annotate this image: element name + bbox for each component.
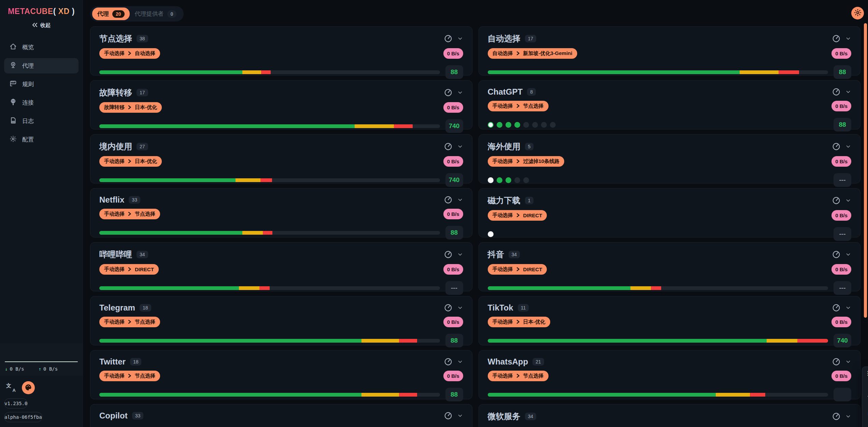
group-count-badge: 17 bbox=[137, 89, 148, 96]
chevron-down-icon[interactable] bbox=[845, 251, 851, 258]
group-name: 磁力下载 bbox=[488, 195, 521, 206]
selector-badge[interactable]: 手动选择节点选择 bbox=[488, 101, 549, 111]
latency-test-icon[interactable] bbox=[832, 34, 841, 43]
chevron-down-icon[interactable] bbox=[457, 413, 463, 419]
chevron-down-icon[interactable] bbox=[457, 359, 463, 365]
collapse-sidebar-button[interactable]: 收起 bbox=[32, 22, 51, 29]
scrollbar-thumb[interactable] bbox=[864, 23, 867, 318]
selector-badge[interactable]: 手动选择自动选择 bbox=[99, 48, 160, 59]
language-toggle-button[interactable]: 文A bbox=[6, 383, 16, 393]
selector-type: 手动选择 bbox=[104, 211, 125, 217]
selected-node: DIRECT bbox=[523, 266, 542, 272]
chevron-down-icon[interactable] bbox=[845, 36, 851, 42]
group-latency-value: 740 bbox=[834, 334, 851, 347]
selector-type: 故障转移 bbox=[104, 104, 125, 111]
sidebar-item-rules[interactable]: 规则 bbox=[4, 77, 79, 92]
selector-badge[interactable]: 手动选择过滤掉10条线路 bbox=[488, 156, 565, 167]
core-version-button[interactable]: v1.235.0 bbox=[4, 398, 28, 409]
selector-badge[interactable]: 手动选择节点选择 bbox=[99, 317, 160, 327]
proxy-groups-grid: 节点选择38手动选择自动选择0 B/s88自动选择17自动选择新加坡-优化3-G… bbox=[90, 26, 860, 427]
group-latency-value: 88 bbox=[445, 334, 463, 347]
main-content: 代理 20 代理提供者 0 节点选择38手动选择自动选择0 B/s88自动选择1… bbox=[83, 0, 868, 427]
latency-test-icon[interactable] bbox=[444, 411, 453, 420]
sidebar-item-overview[interactable]: 概览 bbox=[4, 40, 79, 55]
sidebar-item-config[interactable]: 配置 bbox=[4, 132, 79, 147]
group-latency-value: --- bbox=[834, 173, 851, 187]
selected-node: 节点选择 bbox=[135, 319, 155, 325]
chevron-down-icon[interactable] bbox=[845, 413, 851, 419]
chevron-down-icon[interactable] bbox=[845, 89, 851, 95]
latency-test-icon[interactable] bbox=[444, 250, 453, 259]
selected-node: DIRECT bbox=[523, 212, 542, 218]
latency-distribution-bar bbox=[488, 70, 828, 74]
selected-node: 新加坡-优化3-Gemini bbox=[523, 50, 572, 57]
chevron-down-icon[interactable] bbox=[845, 143, 851, 150]
latency-test-icon[interactable] bbox=[832, 250, 841, 259]
latency-test-icon[interactable] bbox=[444, 34, 453, 43]
theme-palette-button[interactable] bbox=[22, 381, 35, 394]
traffic-flatline bbox=[5, 361, 78, 362]
sidebar-item-proxies[interactable]: 代理 bbox=[4, 58, 79, 73]
chevron-down-icon[interactable] bbox=[457, 305, 463, 311]
latency-test-icon[interactable] bbox=[444, 195, 453, 204]
selector-badge[interactable]: 手动选择节点选择 bbox=[99, 371, 160, 381]
group-latency-value: --- bbox=[445, 281, 463, 295]
proxy-group-card: 故障转移17故障转移日本-优化0 B/s740 bbox=[90, 80, 472, 129]
chevron-down-icon[interactable] bbox=[845, 197, 851, 204]
group-count-badge: 17 bbox=[525, 35, 537, 42]
sidebar-item-logs[interactable]: 日志 bbox=[4, 113, 79, 129]
rules-icon bbox=[10, 80, 17, 89]
selector-badge[interactable]: 手动选择DIRECT bbox=[488, 210, 547, 221]
node-dot-empty bbox=[541, 122, 547, 128]
group-name: 海外使用 bbox=[488, 141, 521, 152]
selector-badge[interactable]: 故障转移日本-优化 bbox=[99, 102, 162, 113]
tab-providers-count: 0 bbox=[167, 10, 177, 18]
tab-proxy-providers[interactable]: 代理提供者 0 bbox=[130, 8, 182, 20]
ui-build-button[interactable]: alpha-06f5fba bbox=[4, 412, 42, 422]
chevron-down-icon[interactable] bbox=[457, 89, 463, 96]
settings-button[interactable] bbox=[851, 7, 864, 19]
group-latency-value: 88 bbox=[445, 226, 463, 239]
selector-badge[interactable]: 手动选择节点选择 bbox=[488, 371, 549, 381]
proxy-icon bbox=[10, 61, 17, 70]
selector-badge[interactable]: 手动选择日本-优化 bbox=[488, 317, 550, 327]
node-dot-green bbox=[506, 177, 511, 183]
latency-test-icon[interactable] bbox=[444, 357, 453, 366]
selected-node: DIRECT bbox=[135, 266, 154, 272]
latency-test-icon[interactable] bbox=[832, 87, 841, 96]
latency-test-icon[interactable] bbox=[832, 303, 841, 312]
group-latency-value: 88 bbox=[834, 118, 851, 132]
latency-test-icon[interactable] bbox=[832, 357, 841, 366]
chevron-right-icon bbox=[128, 105, 131, 110]
selector-type: 手动选择 bbox=[493, 212, 513, 219]
proxy-group-card: Copilot33 bbox=[90, 404, 472, 427]
latency-test-icon[interactable] bbox=[832, 142, 841, 151]
chevron-down-icon[interactable] bbox=[845, 359, 851, 365]
sidebar-traffic-chart: ↓0 B/s ↑0 B/s bbox=[0, 343, 83, 376]
selector-badge[interactable]: 自动选择新加坡-优化3-Gemini bbox=[488, 48, 577, 59]
chevron-down-icon[interactable] bbox=[457, 36, 463, 42]
latency-test-icon[interactable] bbox=[444, 142, 453, 151]
chevron-down-icon[interactable] bbox=[457, 197, 463, 203]
group-name: 哔哩哔哩 bbox=[99, 249, 132, 260]
latency-distribution-bar bbox=[99, 178, 440, 182]
chevron-down-icon[interactable] bbox=[845, 305, 851, 311]
proxy-group-card: WhatsApp21手动选择节点选择0 B/s bbox=[479, 350, 861, 399]
selector-badge[interactable]: 手动选择DIRECT bbox=[488, 264, 547, 275]
node-dot-green bbox=[497, 122, 502, 128]
tab-proxies[interactable]: 代理 20 bbox=[92, 8, 130, 20]
selector-badge[interactable]: 手动选择DIRECT bbox=[99, 264, 159, 275]
sidebar-item-connections[interactable]: 连接 bbox=[4, 95, 79, 110]
chevron-right-icon bbox=[516, 266, 520, 272]
selector-badge[interactable]: 手动选择节点选择 bbox=[99, 209, 160, 219]
speed-badge: 0 B/s bbox=[831, 317, 851, 327]
chevron-down-icon[interactable] bbox=[457, 251, 463, 258]
latency-test-icon[interactable] bbox=[444, 88, 453, 97]
speed-badge: 0 B/s bbox=[831, 101, 851, 111]
latency-test-icon[interactable] bbox=[832, 412, 841, 421]
upload-speed: 0 B/s bbox=[43, 366, 58, 372]
latency-test-icon[interactable] bbox=[832, 196, 841, 205]
chevron-down-icon[interactable] bbox=[457, 143, 463, 150]
selector-badge[interactable]: 手动选择日本-优化 bbox=[99, 156, 162, 167]
latency-test-icon[interactable] bbox=[444, 303, 453, 312]
